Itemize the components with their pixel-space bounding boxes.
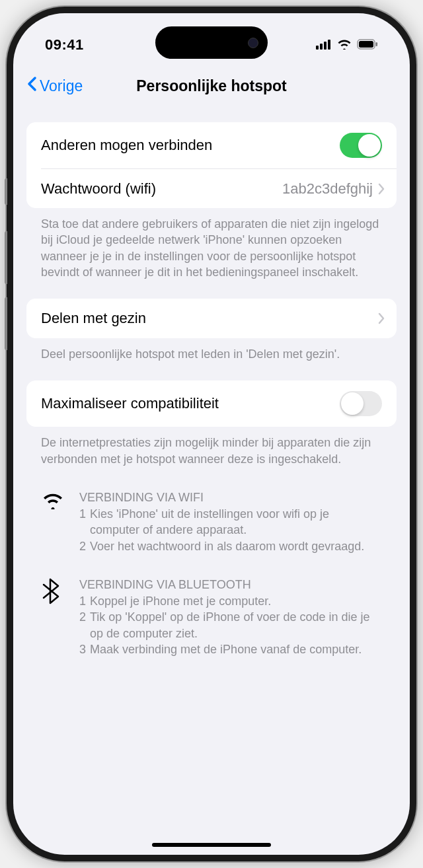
back-button[interactable]: Vorige [26, 76, 83, 96]
family-sharing-footer: Deel persoonlijke hotspot met leden in '… [26, 338, 397, 367]
wifi-password-row[interactable]: Wachtwoord (wifi) 1ab2c3defghij [41, 168, 397, 208]
allow-others-label: Anderen mogen verbinden [41, 137, 340, 154]
chevron-right-icon [378, 312, 385, 324]
family-sharing-group: Delen met gezin [26, 299, 397, 338]
maximize-compat-group: Maximaliseer compatibiliteit [26, 380, 397, 427]
svg-rect-1 [320, 44, 323, 50]
svg-rect-5 [359, 41, 373, 48]
back-label: Vorige [40, 77, 83, 95]
chevron-left-icon [26, 76, 37, 96]
chevron-right-icon [378, 183, 385, 195]
wifi-instruction-step: 1Kies 'iPhone' uit de instellingen voor … [79, 506, 382, 538]
bluetooth-icon [41, 578, 66, 657]
svg-rect-3 [328, 40, 330, 50]
allow-and-password-group: Anderen mogen verbinden Wachtwoord (wifi… [26, 122, 397, 208]
wifi-icon [337, 36, 352, 54]
page-title: Persoonlijke hotspot [136, 77, 286, 95]
status-time: 09:41 [45, 36, 84, 54]
family-sharing-row[interactable]: Delen met gezin [26, 299, 397, 338]
camera-dot [248, 38, 258, 48]
svg-rect-0 [316, 46, 319, 50]
cellular-signal-icon [316, 36, 332, 54]
wifi-instruction-title: VERBINDING VIA WIFI [79, 491, 382, 505]
wifi-password-label: Wachtwoord (wifi) [41, 180, 282, 198]
maximize-compat-toggle[interactable] [340, 391, 382, 416]
maximize-compat-label: Maximaliseer compatibiliteit [41, 395, 340, 412]
nav-bar: Vorige Persoonlijke hotspot [13, 63, 410, 109]
dynamic-island [155, 26, 268, 59]
maximize-compat-row: Maximaliseer compatibiliteit [26, 380, 397, 427]
family-sharing-label: Delen met gezin [41, 310, 378, 327]
bluetooth-instructions: VERBINDING VIA BLUETOOTH 1Koppel je iPho… [26, 570, 397, 660]
wifi-icon [41, 491, 66, 554]
home-indicator[interactable] [152, 843, 271, 847]
svg-rect-6 [376, 42, 378, 46]
svg-rect-2 [324, 42, 327, 50]
bluetooth-instruction-title: VERBINDING VIA BLUETOOTH [79, 578, 382, 592]
allow-others-row: Anderen mogen verbinden [26, 122, 397, 168]
allow-others-toggle[interactable] [340, 133, 382, 158]
wifi-instructions: VERBINDING VIA WIFI 1Kies 'iPhone' uit d… [26, 483, 397, 557]
bluetooth-instruction-step: 2Tik op 'Koppel' op de iPhone of voer de… [79, 609, 382, 641]
wifi-password-value: 1ab2c3defghij [282, 180, 373, 198]
bluetooth-instruction-step: 1Koppel je iPhone met je computer. [79, 593, 382, 609]
bluetooth-instruction-step: 3Maak verbinding met de iPhone vanaf de … [79, 641, 382, 657]
maximize-compat-footer: De internetprestaties zijn mogelijk mind… [26, 427, 397, 472]
battery-icon [357, 36, 378, 54]
allow-others-footer: Sta toe dat andere gebruikers of apparat… [26, 208, 397, 285]
wifi-instruction-step: 2Voer het wachtwoord in als daarom wordt… [79, 538, 382, 554]
